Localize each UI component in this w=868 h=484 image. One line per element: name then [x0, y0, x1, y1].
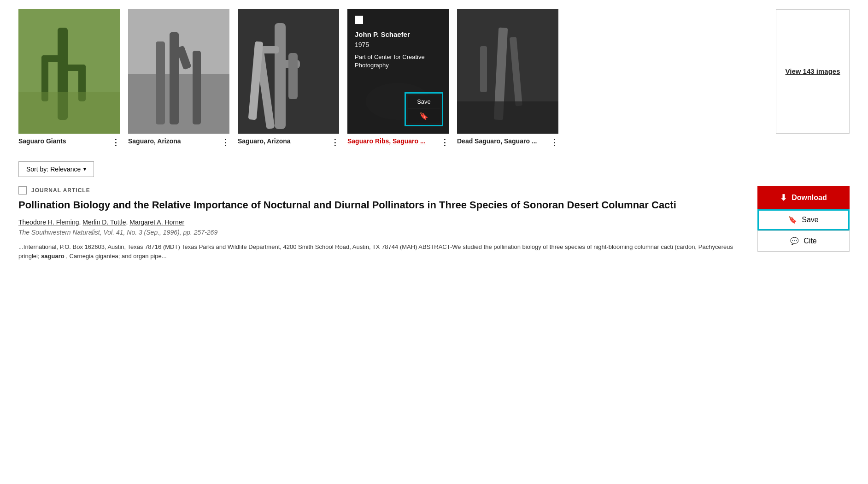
article-type: JOURNAL ARTICLE: [18, 186, 739, 195]
hover-author: John P. Schaefer: [355, 30, 441, 38]
sort-section: Sort by: Relevance ▾: [18, 161, 850, 177]
article-section: JOURNAL ARTICLE Pollination Biology and …: [18, 186, 850, 261]
svg-rect-26: [457, 101, 558, 134]
dots-menu-5[interactable]: ⋮: [550, 137, 558, 148]
image-title-4: Saguaro Ribs, Saguaro ... ⋮: [347, 137, 449, 148]
save-label: Save: [802, 216, 818, 224]
svg-rect-24: [480, 46, 487, 92]
article-main: JOURNAL ARTICLE Pollination Biology and …: [18, 186, 739, 261]
image-card-2: Saguaro, Arizona ⋮: [128, 9, 229, 148]
chevron-down-icon: ▾: [83, 166, 86, 172]
save-box: Save 🔖: [405, 92, 443, 126]
article-authors: Theodore H. Fleming, Merlin D. Tuttle, M…: [18, 218, 739, 226]
svg-rect-5: [63, 65, 86, 71]
dots-menu-2[interactable]: ⋮: [221, 137, 229, 148]
article-title[interactable]: Pollination Biology and the Relative Imp…: [18, 198, 739, 212]
save-button[interactable]: 🔖 Save: [757, 209, 850, 230]
download-label: Download: [792, 194, 827, 202]
svg-rect-16: [288, 53, 298, 99]
article-abstract: ...International, P.O. Box 162603, Austi…: [18, 242, 739, 262]
cite-button[interactable]: 💬 Cite: [757, 230, 850, 252]
article-journal: The Southwestern Naturalist, Vol. 41, No…: [18, 229, 739, 236]
article-actions: ⬇ Download 🔖 Save 💬 Cite: [757, 186, 850, 252]
svg-rect-6: [18, 92, 120, 134]
article-type-label: JOURNAL ARTICLE: [31, 187, 90, 194]
svg-rect-9: [170, 32, 179, 124]
image-card-3: Saguaro, Arizona ⋮: [238, 9, 339, 148]
svg-rect-18: [261, 46, 279, 53]
image-card-1: Saguaro Giants ⋮: [18, 9, 120, 148]
article-checkbox[interactable]: [18, 186, 27, 195]
page-wrapper: Saguaro Giants ⋮ Saguaro, Arizona ⋮: [0, 0, 868, 271]
image-title-3: Saguaro, Arizona ⋮: [238, 137, 339, 148]
image-grid: Saguaro Giants ⋮ Saguaro, Arizona ⋮: [18, 9, 850, 148]
image-title-5: Dead Saguaro, Saguaro ... ⋮: [457, 137, 558, 148]
download-icon: ⬇: [780, 193, 787, 203]
image-thumb-1[interactable]: [18, 9, 120, 134]
author-1[interactable]: Theodore H. Fleming: [18, 218, 79, 226]
svg-rect-3: [41, 55, 65, 62]
hover-save-button[interactable]: Save: [408, 95, 440, 108]
dots-menu-1[interactable]: ⋮: [111, 137, 120, 148]
hover-overlay: John P. Schaefer 1975 Part of Center for…: [347, 9, 449, 134]
svg-rect-11: [156, 41, 165, 124]
hover-year: 1975: [355, 41, 441, 48]
image-thumb-5[interactable]: [457, 9, 558, 134]
svg-rect-14: [275, 23, 286, 129]
abstract-bold: saguaro: [41, 253, 65, 260]
image-title-2: Saguaro, Arizona ⋮: [128, 137, 229, 148]
sort-button[interactable]: Sort by: Relevance ▾: [18, 161, 94, 177]
cite-label: Cite: [803, 237, 816, 245]
author-3[interactable]: Margaret A. Horner: [129, 218, 184, 226]
cite-icon: 💬: [790, 237, 799, 245]
bookmark-icon: 🔖: [788, 216, 797, 224]
download-button[interactable]: ⬇ Download: [757, 186, 850, 209]
dots-menu-4[interactable]: ⋮: [440, 137, 449, 148]
image-thumb-2[interactable]: [128, 9, 229, 134]
hover-part: Part of Center for Creative Photography: [355, 53, 441, 70]
image-title-link-4[interactable]: Saguaro Ribs, Saguaro ...: [347, 137, 426, 145]
author-2[interactable]: Merlin D. Tuttle: [82, 218, 126, 226]
hover-bookmark-button[interactable]: 🔖: [408, 109, 440, 123]
sort-label: Sort by: Relevance: [26, 165, 81, 173]
dots-menu-3[interactable]: ⋮: [331, 137, 339, 148]
image-thumb-3[interactable]: [238, 9, 339, 134]
image-title-text-5: Dead Saguaro, Saguaro ...: [457, 137, 537, 145]
image-card-5: Dead Saguaro, Saguaro ... ⋮: [457, 9, 558, 148]
svg-rect-12: [193, 51, 201, 124]
image-title-text-3: Saguaro, Arizona: [238, 137, 291, 145]
image-title-1: Saguaro Giants ⋮: [18, 137, 120, 148]
view-all-text[interactable]: View 143 images: [786, 66, 840, 77]
hover-checkbox[interactable]: [355, 16, 363, 24]
image-card-4: John P. Schaefer 1975 Part of Center for…: [347, 9, 449, 148]
image-title-text-1: Saguaro Giants: [18, 137, 66, 145]
view-all-card[interactable]: View 143 images: [776, 9, 850, 134]
image-title-text-2: Saguaro, Arizona: [128, 137, 181, 145]
